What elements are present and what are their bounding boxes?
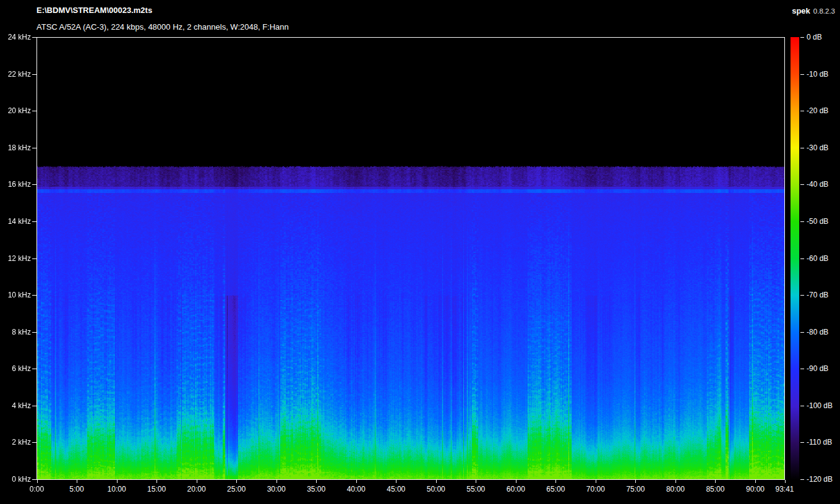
spectrogram-canvas xyxy=(37,38,784,479)
frequency-tick-label: 2 kHz xyxy=(2,438,31,446)
db-tick xyxy=(800,442,804,443)
time-tick-label: 65:00 xyxy=(546,485,565,493)
time-tick xyxy=(396,480,396,483)
db-tick-label: -100 dB xyxy=(807,401,833,410)
frequency-tick xyxy=(32,479,36,480)
frequency-tick xyxy=(32,369,36,369)
db-tick xyxy=(800,295,804,296)
db-tick xyxy=(800,258,804,259)
frequency-tick xyxy=(32,442,36,443)
time-tick-label: 80:00 xyxy=(666,485,685,493)
db-tick-label: -60 dB xyxy=(807,254,828,263)
frequency-tick-label: 20 kHz xyxy=(2,106,31,115)
frequency-tick xyxy=(32,184,36,185)
time-tick xyxy=(516,480,516,483)
db-tick-label: -110 dB xyxy=(807,438,832,446)
db-tick-label: -90 dB xyxy=(807,364,828,373)
frequency-tick xyxy=(32,148,36,148)
frequency-tick xyxy=(32,295,36,296)
frequency-tick-label: 4 kHz xyxy=(2,401,31,410)
time-tick-label: 35:00 xyxy=(307,485,325,493)
time-tick-label: 25:00 xyxy=(227,485,246,493)
time-tick xyxy=(156,480,157,483)
time-tick xyxy=(236,480,237,483)
frequency-tick-label: 6 kHz xyxy=(2,364,31,373)
db-tick xyxy=(800,332,804,333)
frequency-tick xyxy=(32,258,36,259)
stream-info: ATSC A/52A (AC-3), 224 kbps, 48000 Hz, 2… xyxy=(36,22,289,32)
db-tick xyxy=(800,479,804,480)
time-tick xyxy=(555,480,556,483)
db-tick xyxy=(800,74,804,75)
time-tick xyxy=(436,480,437,483)
time-tick xyxy=(356,480,357,483)
time-tick-label: 55:00 xyxy=(466,485,485,493)
app-version: 0.8.2.3 xyxy=(813,7,835,15)
db-tick xyxy=(800,37,804,38)
time-tick-label: 5:00 xyxy=(69,485,84,493)
db-tick xyxy=(800,184,804,185)
time-tick xyxy=(276,480,277,483)
time-tick-label: 45:00 xyxy=(387,485,405,493)
time-tick-label: 75:00 xyxy=(626,485,645,493)
db-tick-label: -20 dB xyxy=(807,106,828,115)
time-tick xyxy=(635,480,636,483)
frequency-tick-label: 8 kHz xyxy=(2,328,31,336)
time-tick-label: 93:41 xyxy=(775,485,794,493)
db-tick xyxy=(800,111,804,111)
time-tick-label: 70:00 xyxy=(586,485,605,493)
time-tick-label: 15:00 xyxy=(147,485,166,493)
time-tick xyxy=(596,480,596,483)
time-tick-label: 20:00 xyxy=(187,485,206,493)
db-tick-label: 0 dB xyxy=(807,33,822,41)
time-tick-label: 30:00 xyxy=(267,485,286,493)
db-tick-label: -120 dB xyxy=(807,475,833,484)
db-tick xyxy=(800,369,804,369)
time-tick xyxy=(675,480,676,483)
frequency-tick-label: 10 kHz xyxy=(2,291,31,299)
time-tick-label: 85:00 xyxy=(706,485,724,493)
frequency-tick xyxy=(32,332,36,333)
time-tick-label: 60:00 xyxy=(507,485,525,493)
frequency-tick-label: 18 kHz xyxy=(2,143,31,152)
frequency-tick xyxy=(32,221,36,222)
db-tick xyxy=(800,221,804,222)
app-name: spek xyxy=(792,6,810,15)
frequency-tick-label: 14 kHz xyxy=(2,217,31,226)
frequency-tick-label: 12 kHz xyxy=(2,254,31,263)
db-tick-label: -30 dB xyxy=(807,143,828,152)
db-tick-label: -50 dB xyxy=(807,217,828,226)
time-tick xyxy=(316,480,317,483)
time-tick xyxy=(197,480,197,483)
time-tick xyxy=(476,480,476,483)
frequency-tick xyxy=(32,406,36,406)
time-tick xyxy=(117,480,118,483)
spectrogram-plot xyxy=(36,37,785,480)
db-tick-label: -70 dB xyxy=(807,291,828,299)
time-tick-label: 10:00 xyxy=(108,485,126,493)
app-brand: spek0.8.2.3 xyxy=(792,6,835,16)
db-tick-label: -80 dB xyxy=(807,328,828,336)
time-tick xyxy=(77,480,77,483)
spek-window: E:\BDMV\STREAM\00023.m2ts spek0.8.2.3 AT… xyxy=(0,0,840,504)
db-tick-label: -10 dB xyxy=(807,70,828,79)
db-gradient-bar xyxy=(791,37,799,480)
frequency-tick-label: 0 kHz xyxy=(2,475,31,484)
frequency-tick xyxy=(32,111,36,111)
time-tick-label: 50:00 xyxy=(427,485,445,493)
time-tick xyxy=(715,480,716,483)
time-tick xyxy=(785,480,786,483)
frequency-tick xyxy=(32,37,36,38)
time-tick xyxy=(755,480,756,483)
time-tick-label: 40:00 xyxy=(347,485,366,493)
file-path-title: E:\BDMV\STREAM\00023.m2ts xyxy=(36,6,152,15)
time-tick-label: 0:00 xyxy=(30,485,44,493)
db-tick xyxy=(800,406,804,406)
frequency-tick-label: 24 kHz xyxy=(2,33,31,41)
time-tick xyxy=(37,480,38,483)
frequency-tick xyxy=(32,74,36,75)
db-tick xyxy=(800,148,804,148)
frequency-tick-label: 16 kHz xyxy=(2,180,31,189)
frequency-tick-label: 22 kHz xyxy=(2,70,31,79)
db-tick-label: -40 dB xyxy=(807,180,828,189)
